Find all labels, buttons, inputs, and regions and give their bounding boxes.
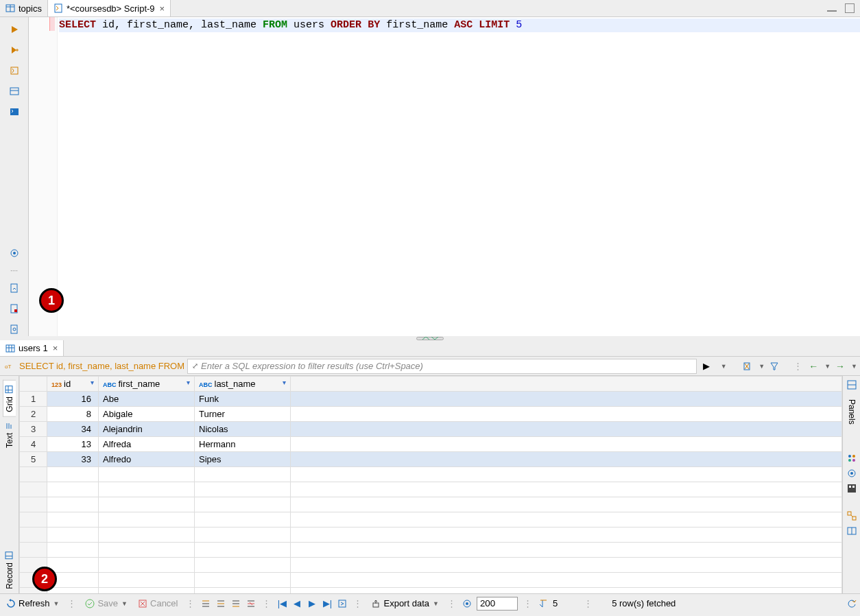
table-row[interactable]: 413AlfredaHermann bbox=[20, 437, 842, 452]
filter-history-icon[interactable]: ▼ bbox=[716, 359, 730, 373]
explain-plan-icon[interactable] bbox=[8, 84, 21, 98]
fetch-all-icon[interactable] bbox=[337, 598, 348, 609]
close-icon[interactable]: × bbox=[160, 3, 165, 14]
cancel-button[interactable]: Cancel bbox=[134, 597, 180, 611]
cell-first-name[interactable]: Alfredo bbox=[99, 452, 195, 467]
sql-indicator-icon[interactable]: oT bbox=[3, 359, 16, 373]
cell-last-name[interactable]: Turner bbox=[195, 407, 291, 422]
view-mode-tabs: Grid Text Record bbox=[0, 376, 19, 593]
execute-new-tab-icon[interactable] bbox=[8, 43, 21, 57]
row-number: 5 bbox=[20, 452, 47, 467]
minimize-button[interactable] bbox=[827, 10, 837, 12]
cell-id[interactable]: 34 bbox=[47, 422, 99, 437]
filter-input[interactable]: ⤢ Enter a SQL expression to filter resul… bbox=[187, 359, 697, 374]
settings-icon[interactable] bbox=[8, 246, 21, 260]
tab-grid[interactable]: Grid bbox=[3, 380, 16, 417]
nav-forward-dropdown[interactable]: ▼ bbox=[851, 363, 857, 370]
col-dropdown-icon[interactable]: ▾ bbox=[283, 379, 286, 386]
cell-first-name[interactable]: Alejandrin bbox=[99, 422, 195, 437]
nav-next-icon[interactable]: ▶ bbox=[307, 598, 318, 609]
refresh-button[interactable]: Refresh ▼ bbox=[3, 597, 62, 611]
cell-last-name[interactable]: Nicolas bbox=[195, 422, 291, 437]
expand-icon[interactable]: ⤢ bbox=[192, 362, 198, 370]
add-row-bottom-icon[interactable] bbox=[230, 598, 241, 609]
cell-id[interactable]: 33 bbox=[47, 452, 99, 467]
col-id[interactable]: 123id▾ bbox=[47, 377, 99, 392]
cell-id[interactable]: 16 bbox=[47, 392, 99, 407]
panel-metadata-icon[interactable] bbox=[847, 526, 857, 536]
tab-text[interactable]: Text bbox=[3, 417, 16, 452]
cell-first-name[interactable]: Abigale bbox=[99, 407, 195, 422]
svg-point-38 bbox=[850, 472, 853, 475]
svg-rect-42 bbox=[848, 512, 851, 515]
panel-value-icon[interactable] bbox=[847, 453, 857, 463]
nav-last-icon[interactable]: ▶| bbox=[322, 598, 333, 609]
table-row[interactable]: 334AlejandrinNicolas bbox=[20, 422, 842, 437]
value-panel-icon[interactable] bbox=[847, 380, 857, 390]
configure-icon[interactable] bbox=[462, 598, 473, 609]
tab-script[interactable]: *<coursesdb> Script-9 × bbox=[48, 0, 171, 16]
table-row[interactable]: 533AlfredoSipes bbox=[20, 452, 842, 467]
col-last-name[interactable]: ABClast_name▾ bbox=[195, 377, 291, 392]
nav-first-icon[interactable]: |◀ bbox=[276, 598, 287, 609]
cell-id[interactable]: 8 bbox=[47, 407, 99, 422]
cell-id[interactable]: 13 bbox=[47, 437, 99, 452]
col-first-name[interactable]: ABCfirst_name▾ bbox=[99, 377, 195, 392]
empty-row bbox=[20, 512, 842, 528]
nav-prev-icon[interactable]: ◀ bbox=[291, 598, 302, 609]
clear-filter-icon[interactable] bbox=[741, 359, 754, 373]
apply-filter-icon[interactable]: ▶ bbox=[700, 359, 713, 373]
execute-terminal-icon[interactable] bbox=[8, 105, 21, 119]
load-script-icon[interactable] bbox=[8, 281, 21, 295]
cell-first-name[interactable]: Abe bbox=[99, 392, 195, 407]
col-dropdown-icon[interactable]: ▾ bbox=[91, 379, 94, 386]
delete-row-icon[interactable] bbox=[246, 598, 256, 609]
panels-tab[interactable]: Panels bbox=[846, 395, 858, 429]
save-button[interactable]: Save ▼ bbox=[82, 597, 130, 611]
cell-last-name[interactable]: Sipes bbox=[195, 452, 291, 467]
panel-refs-icon[interactable] bbox=[847, 511, 857, 521]
col-dropdown-icon[interactable]: ▾ bbox=[187, 379, 190, 386]
record-view-icon bbox=[5, 551, 14, 560]
nav-forward-icon[interactable]: → bbox=[833, 361, 847, 372]
link-editor-icon[interactable] bbox=[8, 322, 21, 336]
panel-grouping-icon[interactable] bbox=[847, 469, 857, 478]
data-grid[interactable]: 123id▾ ABCfirst_name▾ ABClast_name▾ 116A… bbox=[19, 376, 842, 593]
nav-back-dropdown[interactable]: ▼ bbox=[824, 363, 831, 370]
keyword-order: ORDER bbox=[331, 19, 361, 31]
duplicate-row-icon[interactable] bbox=[215, 598, 226, 609]
empty-row bbox=[20, 497, 842, 512]
execute-script-icon[interactable] bbox=[8, 64, 21, 78]
add-row-icon[interactable] bbox=[200, 598, 211, 609]
text-view-icon bbox=[5, 421, 14, 431]
execute-icon[interactable] bbox=[8, 23, 21, 36]
results-tab-users[interactable]: users 1 × bbox=[0, 340, 64, 356]
cell-first-name[interactable]: Alfreda bbox=[99, 437, 195, 452]
filter-panel-icon[interactable] bbox=[767, 359, 781, 373]
tab-record[interactable]: Record bbox=[3, 547, 16, 593]
empty-row bbox=[20, 588, 842, 594]
check-icon bbox=[84, 598, 95, 609]
restore-icon[interactable] bbox=[846, 598, 857, 609]
export-button[interactable]: Export data ▼ bbox=[368, 597, 441, 611]
editor-tab-bar: topics *<coursesdb> Script-9 × bbox=[0, 0, 860, 17]
close-icon[interactable]: × bbox=[53, 343, 58, 353]
export-icon bbox=[370, 598, 381, 609]
clear-filter-dropdown[interactable]: ▼ bbox=[759, 363, 765, 370]
table-row[interactable]: 28AbigaleTurner bbox=[20, 407, 842, 422]
fetch-size-input[interactable] bbox=[477, 597, 518, 611]
panel-calc-icon[interactable] bbox=[847, 484, 857, 493]
maximize-button[interactable] bbox=[845, 3, 855, 13]
svg-rect-15 bbox=[11, 325, 17, 333]
cell-last-name[interactable]: Hermann bbox=[195, 437, 291, 452]
sql-editor[interactable]: SELECT id, first_name, last_name FROM us… bbox=[58, 17, 860, 336]
col-rownum[interactable] bbox=[20, 377, 47, 392]
keyword-limit: LIMIT bbox=[479, 19, 510, 31]
table-row[interactable]: 116AbeFunk bbox=[20, 392, 842, 407]
cell-last-name[interactable]: Funk bbox=[195, 392, 291, 407]
tab-topics[interactable]: topics bbox=[0, 0, 48, 16]
save-script-icon[interactable] bbox=[8, 302, 21, 316]
row-count-icon[interactable] bbox=[538, 598, 549, 609]
cell-filler bbox=[291, 407, 842, 422]
nav-back-icon[interactable]: ← bbox=[807, 361, 820, 372]
